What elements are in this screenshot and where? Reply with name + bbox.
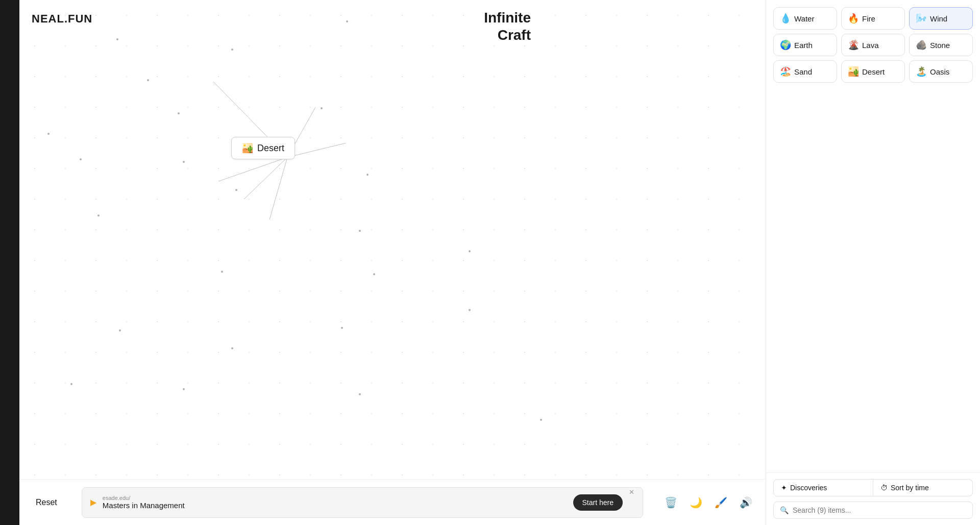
element-label-desert: Desert: [862, 67, 885, 76]
scatter-dot: [47, 133, 50, 135]
volume-button[interactable]: 🔊: [737, 493, 755, 512]
game-title: Infinite Craft: [484, 9, 531, 43]
discoveries-icon: ✦: [781, 484, 787, 492]
scatter-dot: [116, 38, 118, 40]
ad-title: Masters in Management: [103, 501, 567, 510]
game-title-line2: Craft: [498, 27, 531, 43]
element-chip-fire[interactable]: 🔥Fire: [841, 7, 905, 30]
element-label-wind: Wind: [930, 14, 947, 23]
element-chip-desert[interactable]: 🏜️Desert: [841, 60, 905, 83]
scatter-dot: [183, 388, 185, 390]
scatter-dot: [321, 107, 323, 109]
search-icon: 🔍: [780, 506, 789, 514]
scatter-dot: [221, 271, 223, 273]
scatter-dot: [119, 329, 121, 331]
left-sidebar: [0, 0, 19, 525]
desert-element[interactable]: 🏜️ Desert: [231, 137, 295, 159]
svg-line-4: [218, 157, 287, 181]
element-chip-water[interactable]: 💧Water: [773, 7, 837, 30]
scatter-dot: [231, 347, 233, 349]
element-label-stone: Stone: [930, 41, 950, 50]
element-emoji-fire: 🔥: [848, 13, 859, 24]
element-label-lava: Lava: [862, 41, 879, 50]
element-emoji-sand: 🏖️: [780, 66, 791, 77]
scatter-dot: [147, 79, 149, 81]
reset-button[interactable]: Reset: [30, 494, 63, 511]
scatter-dot: [469, 250, 471, 252]
element-label-fire: Fire: [862, 14, 875, 23]
scatter-dot: [469, 309, 471, 311]
scatter-dot: [70, 383, 72, 385]
sort-button[interactable]: ⏱ Sort by time: [873, 479, 973, 496]
discoveries-button[interactable]: ✦ Discoveries: [773, 479, 873, 496]
ad-cta-button[interactable]: Start here: [573, 494, 623, 511]
scatter-dot: [540, 419, 542, 421]
scatter-dot: [231, 49, 233, 51]
element-label-sand: Sand: [794, 67, 812, 76]
element-chip-oasis[interactable]: 🏝️Oasis: [909, 60, 973, 83]
element-label-water: Water: [794, 14, 814, 23]
sort-icon: ⏱: [880, 484, 888, 492]
elements-grid: 💧Water🔥Fire🌬️Wind🌍Earth🌋Lava🪨Stone🏖️Sand…: [766, 0, 980, 83]
discoveries-bar: ✦ Discoveries ⏱ Sort by time: [773, 479, 973, 496]
search-input[interactable]: [793, 506, 966, 514]
dark-mode-button[interactable]: 🌙: [687, 493, 705, 512]
logo[interactable]: NEAL.FUN: [32, 12, 92, 26]
ad-close-x[interactable]: ✕: [629, 489, 634, 495]
svg-line-2: [287, 143, 346, 157]
element-chip-stone[interactable]: 🪨Stone: [909, 34, 973, 56]
element-emoji-stone: 🪨: [916, 39, 927, 51]
bottom-actions: 🗑️ 🌙 🖌️ 🔊: [662, 493, 755, 512]
logo-text: NEAL.FUN: [32, 12, 92, 25]
main-area: NEAL.FUN Infinite Craft: [19, 0, 766, 525]
scatter-dot: [373, 273, 375, 275]
ad-banner: ▶ esade.edu/ Masters in Management Start…: [82, 487, 643, 518]
canvas-area[interactable]: 🏜️ Desert: [19, 0, 766, 479]
element-emoji-water: 💧: [780, 13, 791, 24]
element-emoji-oasis: 🏝️: [916, 66, 927, 77]
scatter-dot: [178, 112, 180, 114]
search-bar[interactable]: 🔍: [773, 502, 973, 519]
right-panel: 💧Water🔥Fire🌬️Wind🌍Earth🌋Lava🪨Stone🏖️Sand…: [766, 0, 980, 525]
scatter-dot: [183, 161, 185, 163]
element-emoji-desert: 🏜️: [848, 66, 859, 77]
discoveries-label: Discoveries: [790, 484, 827, 492]
scatter-dot: [235, 189, 237, 191]
scatter-dot: [366, 174, 369, 176]
connection-lines: [19, 0, 766, 479]
game-title-line1: Infinite: [484, 10, 531, 26]
element-chip-wind[interactable]: 🌬️Wind: [909, 7, 973, 30]
ad-play-icon: ▶: [90, 497, 96, 507]
scatter-dot: [359, 393, 361, 395]
ad-content: esade.edu/ Masters in Management: [103, 495, 567, 510]
element-chip-sand[interactable]: 🏖️Sand: [773, 60, 837, 83]
svg-line-5: [270, 157, 287, 220]
sort-label: Sort by time: [891, 484, 929, 492]
element-chip-lava[interactable]: 🌋Lava: [841, 34, 905, 56]
element-label-earth: Earth: [794, 41, 813, 50]
ad-source: esade.edu/: [103, 495, 567, 501]
element-emoji-earth: 🌍: [780, 39, 791, 51]
scatter-dot: [359, 230, 361, 232]
element-chip-earth[interactable]: 🌍Earth: [773, 34, 837, 56]
desert-element-emoji: 🏜️: [242, 142, 253, 154]
right-panel-bottom: ✦ Discoveries ⏱ Sort by time 🔍: [766, 472, 980, 525]
delete-button[interactable]: 🗑️: [662, 493, 680, 512]
svg-line-3: [244, 157, 287, 199]
scatter-dot: [97, 214, 100, 217]
element-emoji-wind: 🌬️: [916, 13, 927, 24]
scatter-dot: [346, 20, 348, 22]
scatter-dot: [80, 158, 82, 160]
element-emoji-lava: 🌋: [848, 39, 859, 51]
brush-button[interactable]: 🖌️: [712, 493, 730, 512]
scatter-dot: [341, 327, 343, 329]
element-label-oasis: Oasis: [930, 67, 949, 76]
desert-element-label: Desert: [257, 143, 284, 154]
bottom-bar: Reset ▶ esade.edu/ Masters in Management…: [19, 479, 766, 525]
